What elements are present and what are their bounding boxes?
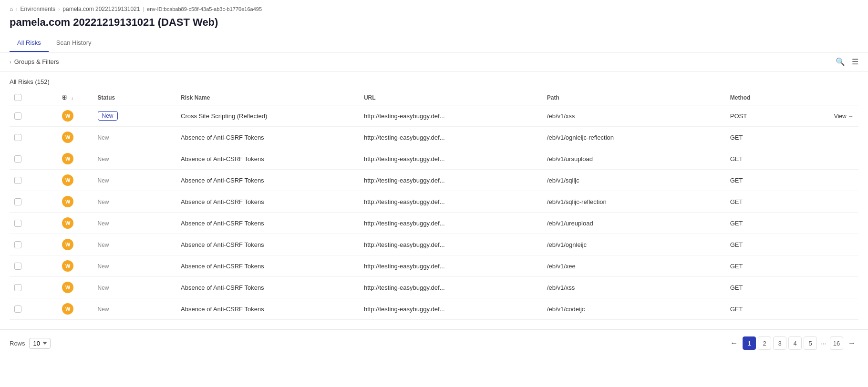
rows-per-page: Rows 5 10 25 50: [10, 338, 51, 349]
table-row: W New Absence of Anti-CSRF Tokens http:/…: [10, 148, 858, 170]
status-plain: New: [98, 134, 109, 141]
row-checkbox[interactable]: [10, 127, 43, 148]
search-icon[interactable]: 🔍: [836, 57, 845, 66]
row-method: GET: [725, 234, 792, 255]
tabs-bar: All Risks Scan History: [0, 34, 868, 52]
filter-icon[interactable]: ☰: [852, 57, 858, 66]
row-status: New: [93, 148, 176, 170]
row-checkbox[interactable]: [10, 170, 43, 191]
row-action: [792, 170, 858, 191]
header-status: Status: [93, 90, 176, 105]
row-url: http://testing-easybuggy.def...: [359, 255, 542, 277]
row-url: http://testing-easybuggy.def...: [359, 298, 542, 320]
row-action: View →: [792, 105, 858, 127]
row-risk-name: Absence of Anti-CSRF Tokens: [176, 170, 359, 191]
page-button-5[interactable]: 5: [804, 336, 817, 350]
row-severity: W: [43, 255, 93, 277]
tab-all-risks[interactable]: All Risks: [10, 34, 49, 52]
row-url: http://testing-easybuggy.def...: [359, 234, 542, 255]
row-checkbox[interactable]: [10, 255, 43, 277]
page-button-3[interactable]: 3: [773, 336, 786, 350]
row-checkbox[interactable]: [10, 234, 43, 255]
page-ellipsis: ···: [819, 340, 828, 347]
row-checkbox[interactable]: [10, 298, 43, 320]
status-plain: New: [98, 220, 109, 227]
row-severity: W: [43, 105, 93, 127]
row-risk-name: Absence of Anti-CSRF Tokens: [176, 148, 359, 170]
row-risk-name: Absence of Anti-CSRF Tokens: [176, 234, 359, 255]
row-severity: W: [43, 298, 93, 320]
status-plain: New: [98, 156, 109, 163]
row-severity: W: [43, 170, 93, 191]
severity-icon: W: [62, 239, 73, 250]
row-path: /eb/v1/ureupload: [542, 213, 725, 234]
row-method: GET: [725, 148, 792, 170]
sort-icon[interactable]: ↓: [71, 95, 73, 101]
row-action: [792, 298, 858, 320]
table-row: W New Absence of Anti-CSRF Tokens http:/…: [10, 170, 858, 191]
row-method: POST: [725, 105, 792, 127]
row-severity: W: [43, 234, 93, 255]
status-plain: New: [98, 285, 109, 291]
row-action: [792, 255, 858, 277]
severity-icon: W: [62, 303, 73, 315]
table-row: W New Cross Site Scripting (Reflected) h…: [10, 105, 858, 127]
table-row: W New Absence of Anti-CSRF Tokens http:/…: [10, 234, 858, 255]
toolbar: › Groups & Filters 🔍 ☰: [0, 52, 868, 71]
header-checkbox[interactable]: [10, 90, 43, 105]
tab-scan-history[interactable]: Scan History: [49, 34, 99, 52]
table-row: W New Absence of Anti-CSRF Tokens http:/…: [10, 127, 858, 148]
header-method: Method: [725, 90, 792, 105]
row-checkbox[interactable]: [10, 105, 43, 127]
row-url: http://testing-easybuggy.def...: [359, 105, 542, 127]
row-url: http://testing-easybuggy.def...: [359, 170, 542, 191]
row-checkbox[interactable]: [10, 148, 43, 170]
row-path: /eb/v1/ognleijc-reflection: [542, 127, 725, 148]
prev-page-button[interactable]: ←: [727, 336, 741, 350]
status-plain: New: [98, 177, 109, 184]
severity-icon: W: [62, 217, 73, 229]
pagination-pages: ← 1 2 3 4 5 ··· 16 →: [727, 336, 858, 350]
row-severity: W: [43, 191, 93, 213]
row-checkbox[interactable]: [10, 191, 43, 213]
row-method: GET: [725, 298, 792, 320]
row-method: GET: [725, 127, 792, 148]
row-method: GET: [725, 191, 792, 213]
page-button-2[interactable]: 2: [758, 336, 771, 350]
row-checkbox[interactable]: [10, 213, 43, 234]
row-status: New: [93, 277, 176, 298]
groups-filters-toggle[interactable]: › Groups & Filters: [10, 58, 59, 65]
row-status: New: [93, 234, 176, 255]
row-status: New: [93, 191, 176, 213]
page-button-1[interactable]: 1: [743, 336, 756, 350]
table-count: All Risks (152): [10, 71, 858, 90]
row-method: GET: [725, 255, 792, 277]
row-action: [792, 191, 858, 213]
row-url: http://testing-easybuggy.def...: [359, 148, 542, 170]
page-button-16[interactable]: 16: [830, 336, 843, 350]
home-icon[interactable]: ⌂: [10, 6, 13, 12]
next-page-button[interactable]: →: [845, 336, 858, 350]
row-risk-name: Cross Site Scripting (Reflected): [176, 105, 359, 127]
page-button-4[interactable]: 4: [788, 336, 802, 350]
row-path: /eb/v1/codeijc: [542, 298, 725, 320]
view-link[interactable]: View →: [834, 113, 854, 120]
row-url: http://testing-easybuggy.def...: [359, 191, 542, 213]
page-title: pamela.com 20221219131021 (DAST Web): [0, 14, 868, 34]
rows-select[interactable]: 5 10 25 50: [29, 338, 51, 349]
row-path: /eb/v1/ursupload: [542, 148, 725, 170]
row-risk-name: Absence of Anti-CSRF Tokens: [176, 298, 359, 320]
row-checkbox[interactable]: [10, 277, 43, 298]
row-action: [792, 213, 858, 234]
row-status: New: [93, 105, 176, 127]
groups-filters-label: Groups & Filters: [14, 58, 59, 65]
row-path: /eb/v1/xss: [542, 105, 725, 127]
status-plain: New: [98, 306, 109, 313]
row-action: [792, 234, 858, 255]
breadcrumb: ⌂ › Environments › pamela.com 2022121913…: [0, 0, 868, 14]
table-row: W New Absence of Anti-CSRF Tokens http:/…: [10, 255, 858, 277]
row-path: /eb/v1/ognleijc: [542, 234, 725, 255]
table-header-row: ⛨ ↓ Status Risk Name URL Path Method: [10, 90, 858, 105]
severity-icon: W: [62, 153, 73, 164]
row-risk-name: Absence of Anti-CSRF Tokens: [176, 213, 359, 234]
